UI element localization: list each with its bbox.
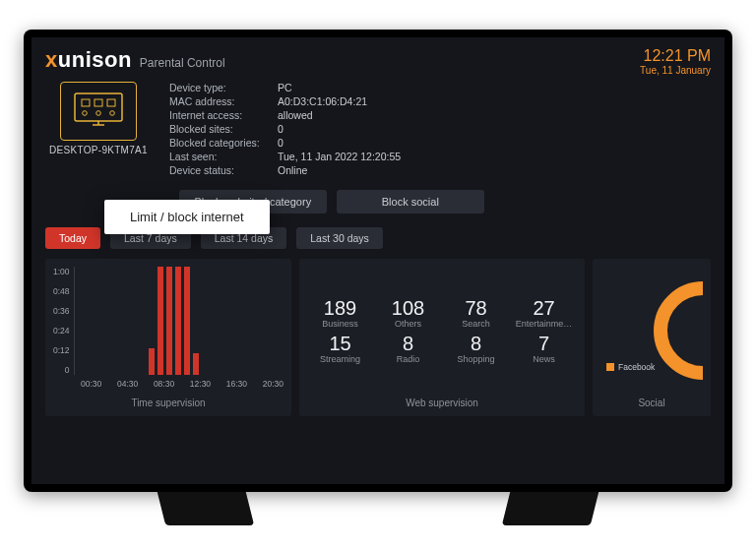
device-row: DESKTOP-9KTM7A1 Device type: PC MAC addr… bbox=[45, 82, 711, 176]
tab-today[interactable]: Today bbox=[45, 227, 100, 249]
social-panel-title: Social bbox=[600, 394, 703, 408]
web-category[interactable]: 108Others bbox=[375, 297, 441, 329]
x-tick: 00:30 bbox=[81, 379, 101, 389]
web-count: 8 bbox=[443, 333, 509, 354]
web-count: 27 bbox=[511, 297, 577, 319]
screen: xunison Parental Control 12:21 PM Tue, 1… bbox=[32, 37, 724, 484]
device-type-value: PC bbox=[278, 82, 401, 93]
web-panel-title: Web supervision bbox=[307, 394, 577, 408]
svg-rect-0 bbox=[75, 93, 122, 121]
header: xunison Parental Control 12:21 PM Tue, 1… bbox=[45, 47, 711, 76]
web-category[interactable]: 189Business bbox=[307, 297, 373, 329]
web-count: 8 bbox=[375, 333, 441, 354]
time-chart-y-axis: 1:000:480:360:240:120 bbox=[53, 267, 70, 375]
y-tick: 0:36 bbox=[53, 306, 70, 316]
tab-30-days[interactable]: Last 30 days bbox=[296, 227, 383, 249]
y-tick: 0:48 bbox=[53, 286, 70, 296]
time-bar bbox=[175, 267, 181, 375]
web-category[interactable]: 8Radio bbox=[375, 333, 441, 364]
social-legend-label: Facebook bbox=[618, 362, 655, 372]
time-bar bbox=[166, 267, 172, 375]
x-tick: 12:30 bbox=[190, 379, 211, 389]
social-legend: Facebook bbox=[606, 362, 655, 372]
blocked-sites-value: 0 bbox=[278, 123, 401, 135]
brand: xunison Parental Control bbox=[45, 47, 225, 73]
time-supervision-panel: 1:000:480:360:240:120 00:3004:3008:3012:… bbox=[45, 259, 291, 416]
device-name: DESKTOP-9KTM7A1 bbox=[45, 145, 152, 155]
x-tick: 08:30 bbox=[154, 379, 174, 389]
time-chart-bars bbox=[74, 267, 287, 375]
y-tick: 1:00 bbox=[53, 267, 70, 276]
web-label: Others bbox=[375, 319, 441, 329]
pc-icon bbox=[60, 82, 137, 141]
web-label: Shopping bbox=[443, 354, 509, 364]
blocked-categories-value: 0 bbox=[278, 137, 401, 149]
internet-access-label: Internet access: bbox=[169, 109, 278, 121]
time-bar bbox=[193, 353, 199, 375]
device-status-value: Online bbox=[278, 164, 401, 176]
social-body: Facebook bbox=[600, 267, 703, 394]
device-box[interactable]: DESKTOP-9KTM7A1 bbox=[45, 82, 152, 176]
x-tick: 20:30 bbox=[263, 379, 284, 389]
web-category[interactable]: 7News bbox=[511, 333, 577, 364]
web-count: 189 bbox=[307, 297, 373, 319]
device-type-label: Device type: bbox=[169, 82, 278, 93]
web-label: Business bbox=[307, 319, 373, 329]
logo-x: x bbox=[45, 47, 58, 72]
svg-point-5 bbox=[96, 111, 101, 116]
blocked-sites-label: Blocked sites: bbox=[169, 123, 278, 135]
svg-point-4 bbox=[83, 111, 88, 116]
y-tick: 0 bbox=[53, 365, 70, 375]
time-chart: 1:000:480:360:240:120 bbox=[53, 267, 284, 375]
web-label: Entertainme… bbox=[511, 319, 577, 329]
tv-frame: xunison Parental Control 12:21 PM Tue, 1… bbox=[24, 30, 732, 492]
time-bar bbox=[184, 267, 190, 375]
web-label: News bbox=[511, 354, 577, 364]
device-status-label: Device status: bbox=[169, 164, 278, 176]
limit-block-tooltip: Limit / block internet bbox=[104, 200, 270, 234]
web-label: Search bbox=[443, 319, 509, 329]
y-tick: 0:12 bbox=[53, 345, 70, 355]
breadcrumb: Parental Control bbox=[140, 56, 225, 70]
web-count: 7 bbox=[511, 333, 577, 354]
svg-rect-2 bbox=[94, 99, 102, 106]
last-seen-label: Last seen: bbox=[169, 151, 278, 162]
time-bar bbox=[149, 348, 155, 376]
panels: 1:000:480:360:240:120 00:3004:3008:3012:… bbox=[45, 259, 711, 416]
web-category[interactable]: 78Search bbox=[443, 297, 509, 329]
web-grid: 189Business108Others78Search27Entertainm… bbox=[307, 267, 577, 394]
clock-date: Tue, 11 January bbox=[640, 65, 711, 76]
web-label: Radio bbox=[375, 354, 441, 364]
mac-value: A0:D3:C1:06:D4:21 bbox=[278, 95, 401, 107]
logo: xunison bbox=[45, 47, 132, 73]
last-seen-value: Tue, 11 Jan 2022 12:20:55 bbox=[278, 151, 401, 162]
time-bar bbox=[158, 267, 163, 375]
web-category[interactable]: 8Shopping bbox=[443, 333, 509, 364]
blocked-categories-label: Blocked categories: bbox=[169, 137, 278, 149]
clock: 12:21 PM Tue, 11 January bbox=[640, 47, 711, 76]
y-tick: 0:24 bbox=[53, 326, 70, 336]
mac-label: MAC address: bbox=[169, 95, 278, 107]
x-tick: 04:30 bbox=[117, 379, 138, 389]
web-count: 15 bbox=[307, 333, 373, 354]
clock-time: 12:21 PM bbox=[640, 47, 711, 65]
svg-rect-3 bbox=[107, 99, 115, 106]
web-category[interactable]: 27Entertainme… bbox=[511, 297, 577, 329]
web-supervision-panel: 189Business108Others78Search27Entertainm… bbox=[299, 259, 585, 416]
logo-text: unison bbox=[58, 47, 132, 72]
social-donut-chart bbox=[654, 281, 703, 380]
web-count: 78 bbox=[443, 297, 509, 319]
device-info-table: Device type: PC MAC address: A0:D3:C1:06… bbox=[169, 82, 401, 176]
svg-rect-1 bbox=[82, 99, 90, 106]
x-tick: 16:30 bbox=[226, 379, 247, 389]
actions-row: Limit / block internet Block website / c… bbox=[45, 190, 711, 214]
time-chart-x-axis: 00:3004:3008:3012:3016:3020:30 bbox=[53, 379, 284, 389]
svg-point-6 bbox=[110, 111, 115, 116]
internet-access-value: allowed bbox=[278, 109, 401, 121]
web-count: 108 bbox=[375, 297, 441, 319]
social-panel: Facebook Social bbox=[593, 259, 711, 416]
block-social-button[interactable]: Block social bbox=[337, 190, 484, 214]
web-category[interactable]: 15Streaming bbox=[307, 333, 373, 364]
web-label: Streaming bbox=[307, 354, 373, 364]
legend-swatch-icon bbox=[606, 363, 614, 371]
